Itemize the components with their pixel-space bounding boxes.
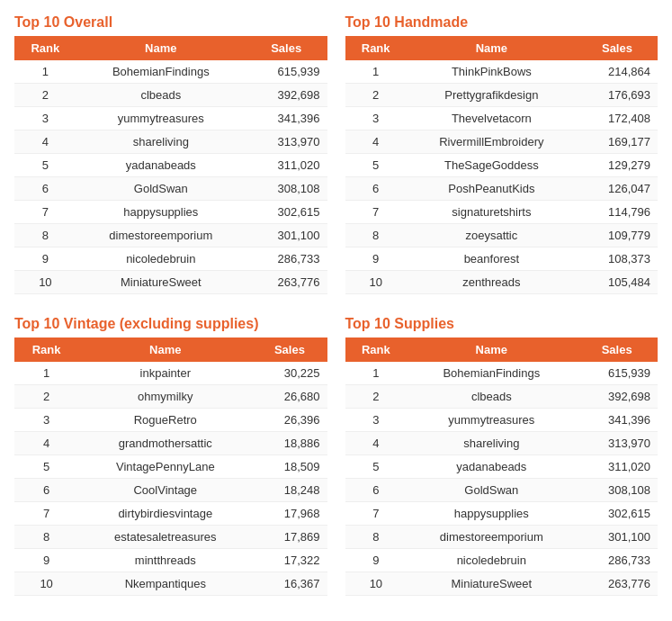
table-row: 5TheSageGoddess129,279 <box>345 154 659 177</box>
table-row: 6PoshPeanutKids126,047 <box>345 177 659 201</box>
table-row: 2Prettygrafikdesign176,693 <box>345 84 659 107</box>
sales-cell: 172,408 <box>577 107 658 130</box>
name-cell: dimestoreemporium <box>407 526 576 549</box>
name-cell: happysupplies <box>76 201 246 224</box>
rank-cell: 9 <box>345 549 408 572</box>
sales-cell: 114,796 <box>577 201 658 224</box>
name-cell: yummytreasures <box>76 107 246 130</box>
sales-cell: 341,396 <box>246 107 327 130</box>
name-cell: clbeads <box>407 385 576 409</box>
sales-cell: 301,100 <box>246 224 327 248</box>
table-overall: RankNameSales1BohemianFindings615,9392cl… <box>14 36 327 294</box>
rank-cell: 10 <box>14 572 78 596</box>
table-row: 5yadanabeads311,020 <box>345 455 659 479</box>
table-row: 6CoolVintage18,248 <box>14 479 327 502</box>
rank-cell: 4 <box>14 432 78 455</box>
sales-cell: 17,968 <box>252 502 327 526</box>
sales-cell: 214,864 <box>577 60 658 84</box>
sales-cell: 105,484 <box>577 271 658 294</box>
table-row: 6GoldSwan308,108 <box>14 177 327 201</box>
name-cell: dirtybirdiesvintage <box>78 502 252 526</box>
rank-cell: 9 <box>345 248 407 271</box>
name-cell: shareliving <box>407 432 576 455</box>
name-cell: MiniatureSweet <box>76 271 246 294</box>
rank-cell: 8 <box>14 526 78 549</box>
table-row: 9nicoledebruin286,733 <box>345 549 659 572</box>
table-row: 3yummytreasures341,396 <box>14 107 327 130</box>
sales-cell: 301,100 <box>576 526 658 549</box>
rank-cell: 1 <box>345 362 408 385</box>
table-supplies: RankNameSales1BohemianFindings615,9392cl… <box>345 338 659 596</box>
table-row: 9nicoledebruin286,733 <box>14 248 327 271</box>
col-header-0: Rank <box>345 36 407 60</box>
rank-cell: 3 <box>345 409 408 432</box>
sales-cell: 108,373 <box>577 248 658 271</box>
col-header-1: Name <box>78 338 252 362</box>
name-cell: Nkempantiques <box>78 572 252 596</box>
rank-cell: 5 <box>345 154 407 177</box>
sales-cell: 109,779 <box>577 224 658 248</box>
rank-cell: 6 <box>345 177 407 201</box>
section-handmade: Top 10 HandmadeRankNameSales1ThinkPinkBo… <box>345 14 659 294</box>
table-row: 8estatesaletreasures17,869 <box>14 526 327 549</box>
name-cell: nicoledebruin <box>407 549 576 572</box>
col-header-0: Rank <box>345 338 408 362</box>
section-title-supplies: Top 10 Supplies <box>345 316 659 332</box>
name-cell: grandmothersattic <box>78 432 252 455</box>
sales-cell: 18,248 <box>252 479 327 502</box>
col-header-0: Rank <box>14 36 76 60</box>
table-row: 2ohmymilky26,680 <box>14 385 327 409</box>
name-cell: TheSageGoddess <box>407 154 577 177</box>
rank-cell: 5 <box>345 455 408 479</box>
table-row: 8dimestoreemporium301,100 <box>345 526 659 549</box>
name-cell: zoeysattic <box>407 224 577 248</box>
table-row: 1inkpainter30,225 <box>14 362 327 385</box>
rank-cell: 7 <box>14 201 76 224</box>
sales-cell: 18,886 <box>252 432 327 455</box>
sales-cell: 17,869 <box>252 526 327 549</box>
rank-cell: 3 <box>14 409 78 432</box>
rank-cell: 7 <box>14 502 78 526</box>
rank-cell: 1 <box>345 60 407 84</box>
sales-cell: 30,225 <box>252 362 327 385</box>
rank-cell: 9 <box>14 248 76 271</box>
name-cell: dimestoreemporium <box>76 224 246 248</box>
sales-cell: 18,509 <box>252 455 327 479</box>
sales-cell: 313,970 <box>576 432 658 455</box>
section-vintage: Top 10 Vintage (excluding supplies)RankN… <box>14 316 327 596</box>
rank-cell: 2 <box>14 385 78 409</box>
name-cell: beanforest <box>407 248 577 271</box>
name-cell: BohemianFindings <box>407 362 576 385</box>
name-cell: clbeads <box>76 84 246 107</box>
col-header-1: Name <box>407 338 576 362</box>
sales-cell: 302,615 <box>576 502 658 526</box>
sales-cell: 126,047 <box>577 177 658 201</box>
name-cell: RivermillEmbroidery <box>407 130 577 154</box>
table-row: 4grandmothersattic18,886 <box>14 432 327 455</box>
col-header-1: Name <box>407 36 577 60</box>
rank-cell: 3 <box>345 107 407 130</box>
rank-cell: 4 <box>345 432 408 455</box>
rank-cell: 5 <box>14 455 78 479</box>
name-cell: GoldSwan <box>76 177 246 201</box>
table-row: 8zoeysattic109,779 <box>345 224 659 248</box>
table-row: 5yadanabeads311,020 <box>14 154 327 177</box>
sales-cell: 392,698 <box>576 385 658 409</box>
sales-cell: 308,108 <box>576 479 658 502</box>
name-cell: VintagePennyLane <box>78 455 252 479</box>
name-cell: CoolVintage <box>78 479 252 502</box>
rank-cell: 1 <box>14 60 76 84</box>
sales-cell: 615,939 <box>246 60 327 84</box>
rank-cell: 2 <box>14 84 76 107</box>
table-handmade: RankNameSales1ThinkPinkBows214,8642Prett… <box>345 36 659 294</box>
name-cell: PoshPeanutKids <box>407 177 577 201</box>
name-cell: ThinkPinkBows <box>407 60 577 84</box>
rank-cell: 10 <box>345 572 408 596</box>
sales-cell: 311,020 <box>246 154 327 177</box>
sales-cell: 176,693 <box>577 84 658 107</box>
name-cell: nicoledebruin <box>76 248 246 271</box>
section-supplies: Top 10 SuppliesRankNameSales1BohemianFin… <box>345 316 659 596</box>
name-cell: inkpainter <box>78 362 252 385</box>
table-row: 1BohemianFindings615,939 <box>14 60 327 84</box>
table-row: 7happysupplies302,615 <box>14 201 327 224</box>
